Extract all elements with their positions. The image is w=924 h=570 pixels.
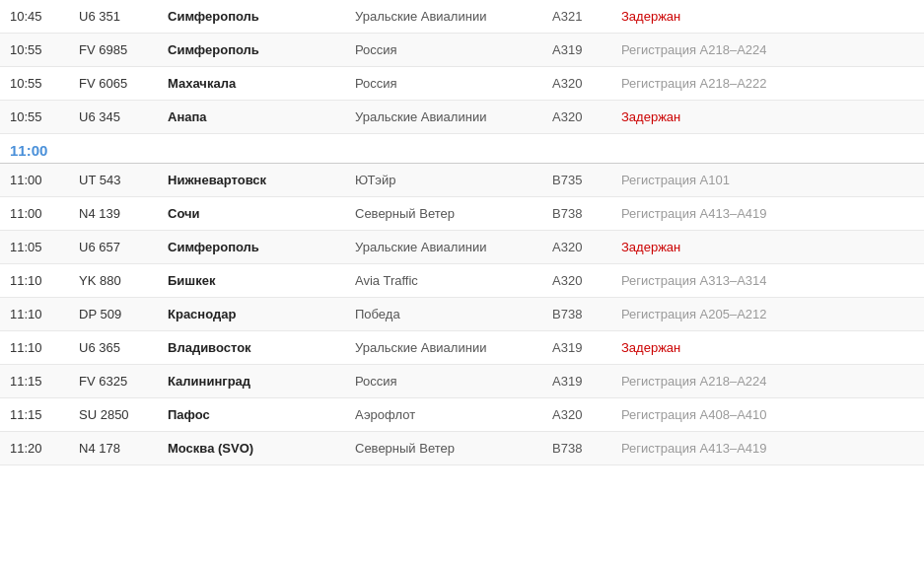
table-row: 11:20 N4 178 Москва (SVO) Северный Ветер… <box>0 432 924 465</box>
flight-number: U6 345 <box>69 101 158 134</box>
flight-number: UT 543 <box>69 164 158 197</box>
flight-aircraft: A320 <box>542 264 611 298</box>
flight-airline: Северный Ветер <box>345 432 542 465</box>
flight-aircraft: B735 <box>542 164 611 197</box>
flight-destination: Москва (SVO) <box>158 432 345 465</box>
table-row: 10:45 U6 351 Симферополь Уральские Авиал… <box>0 0 924 34</box>
flight-airline: Уральские Авиалинии <box>345 231 542 264</box>
flight-status: Регистрация А313–А314 <box>611 264 924 298</box>
flight-status: Регистрация А101 <box>611 164 924 197</box>
flights-table: 10:45 U6 351 Симферополь Уральские Авиал… <box>0 0 924 465</box>
flight-time: 11:15 <box>0 365 69 398</box>
flight-destination: Сочи <box>158 197 345 231</box>
flight-time: 11:10 <box>0 264 69 298</box>
table-row: 10:55 U6 345 Анапа Уральские Авиалинии A… <box>0 101 924 134</box>
flight-number: N4 139 <box>69 197 158 231</box>
flight-status: Регистрация А408–А410 <box>611 398 924 432</box>
table-row: 11:15 SU 2850 Пафос Аэрофлот A320 Регист… <box>0 398 924 432</box>
flight-number: FV 6325 <box>69 365 158 398</box>
flight-status: Задержан <box>611 101 924 134</box>
flight-aircraft: A319 <box>542 331 611 365</box>
flight-status: Регистрация А218–А224 <box>611 34 924 67</box>
flight-aircraft: A320 <box>542 398 611 432</box>
flight-aircraft: A319 <box>542 34 611 67</box>
table-row: 10:55 FV 6065 Махачкала Россия A320 Реги… <box>0 67 924 101</box>
flight-destination: Пафос <box>158 398 345 432</box>
flight-time: 11:05 <box>0 231 69 264</box>
flight-airline: Уральские Авиалинии <box>345 0 542 34</box>
flight-airline: Россия <box>345 67 542 101</box>
flight-number: DP 509 <box>69 298 158 331</box>
flight-number: U6 657 <box>69 231 158 264</box>
table-row: 11:10 DP 509 Краснодар Победа B738 Регис… <box>0 298 924 331</box>
table-row: 11:15 FV 6325 Калининград Россия A319 Ре… <box>0 365 924 398</box>
table-row: 11:00 N4 139 Сочи Северный Ветер B738 Ре… <box>0 197 924 231</box>
flight-destination: Симферополь <box>158 231 345 264</box>
flight-destination: Симферополь <box>158 34 345 67</box>
flight-destination: Владивосток <box>158 331 345 365</box>
flight-time: 10:55 <box>0 34 69 67</box>
flight-aircraft: A320 <box>542 101 611 134</box>
flight-destination: Анапа <box>158 101 345 134</box>
flight-time: 10:55 <box>0 101 69 134</box>
flight-airline: Avia Traffic <box>345 264 542 298</box>
flight-time: 10:45 <box>0 0 69 34</box>
flight-destination: Бишкек <box>158 264 345 298</box>
flight-status: Регистрация А205–А212 <box>611 298 924 331</box>
flight-aircraft: A320 <box>542 231 611 264</box>
flight-time: 11:20 <box>0 432 69 465</box>
hour-label: 11:00 <box>10 142 47 159</box>
flight-number: YK 880 <box>69 264 158 298</box>
flight-destination: Нижневартовск <box>158 164 345 197</box>
flight-destination: Калининград <box>158 365 345 398</box>
table-row: 11:05 U6 657 Симферополь Уральские Авиал… <box>0 231 924 264</box>
flight-airline: Северный Ветер <box>345 197 542 231</box>
flight-number: N4 178 <box>69 432 158 465</box>
flight-aircraft: B738 <box>542 298 611 331</box>
flight-aircraft: A319 <box>542 365 611 398</box>
flight-number: U6 365 <box>69 331 158 365</box>
flight-status: Задержан <box>611 331 924 365</box>
flight-status: Задержан <box>611 231 924 264</box>
table-row: 11:10 U6 365 Владивосток Уральские Авиал… <box>0 331 924 365</box>
flight-airline: Уральские Авиалинии <box>345 331 542 365</box>
flight-number: FV 6985 <box>69 34 158 67</box>
flight-airline: ЮТэйр <box>345 164 542 197</box>
flight-time: 11:00 <box>0 197 69 231</box>
flight-number: FV 6065 <box>69 67 158 101</box>
flight-destination: Махачкала <box>158 67 345 101</box>
flight-aircraft: B738 <box>542 432 611 465</box>
flight-airline: Аэрофлот <box>345 398 542 432</box>
flight-time: 10:55 <box>0 67 69 101</box>
flight-aircraft: A321 <box>542 0 611 34</box>
table-row: 10:55 FV 6985 Симферополь Россия A319 Ре… <box>0 34 924 67</box>
flight-airline: Уральские Авиалинии <box>345 101 542 134</box>
flight-airline: Победа <box>345 298 542 331</box>
flight-airline: Россия <box>345 365 542 398</box>
flight-destination: Краснодар <box>158 298 345 331</box>
flight-time: 11:00 <box>0 164 69 197</box>
flight-status: Регистрация А218–А222 <box>611 67 924 101</box>
table-row: 11:00 UT 543 Нижневартовск ЮТэйр B735 Ре… <box>0 164 924 197</box>
flight-number: U6 351 <box>69 0 158 34</box>
flight-time: 11:10 <box>0 298 69 331</box>
flight-status: Регистрация А413–А419 <box>611 197 924 231</box>
flight-status: Регистрация А218–А224 <box>611 365 924 398</box>
flight-aircraft: A320 <box>542 67 611 101</box>
hour-separator: 11:00 <box>0 134 924 164</box>
flight-destination: Симферополь <box>158 0 345 34</box>
flight-status: Задержан <box>611 0 924 34</box>
flight-aircraft: B738 <box>542 197 611 231</box>
table-row: 11:10 YK 880 Бишкек Avia Traffic A320 Ре… <box>0 264 924 298</box>
flight-airline: Россия <box>345 34 542 67</box>
flight-time: 11:15 <box>0 398 69 432</box>
flight-status: Регистрация А413–А419 <box>611 432 924 465</box>
flight-time: 11:10 <box>0 331 69 365</box>
flight-number: SU 2850 <box>69 398 158 432</box>
